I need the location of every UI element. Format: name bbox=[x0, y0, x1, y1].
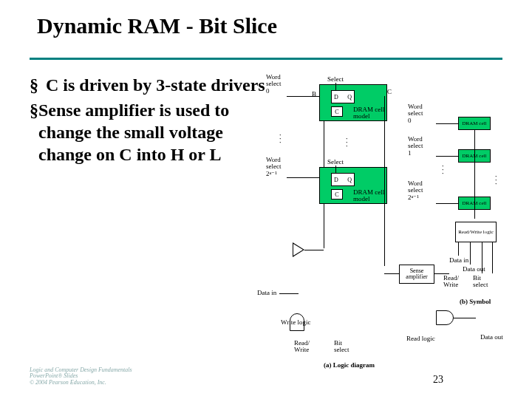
vdots-right2: ··· bbox=[495, 174, 497, 185]
label-q: Q bbox=[347, 177, 352, 183]
bullet-2-text: Sense amplifier is used to change the sm… bbox=[38, 99, 266, 166]
dq-bot: D Q bbox=[331, 173, 355, 186]
dram-cell-sym-0: DRAM cell bbox=[458, 117, 491, 130]
bullet-1: § C is driven by 3-state drivers bbox=[30, 74, 266, 96]
wire bbox=[287, 177, 319, 178]
label-bit-select: Bit select bbox=[334, 340, 349, 354]
label-ws0-right: Word select 0 bbox=[408, 103, 423, 124]
wire-bus-right bbox=[474, 130, 475, 219]
wire bbox=[492, 242, 493, 273]
vdots-left: ··· bbox=[279, 133, 282, 144]
wire bbox=[335, 166, 336, 173]
label-dram-model-bot: DRAM cell model bbox=[353, 189, 384, 203]
page-title: Dynamic RAM - Bit Slice bbox=[0, 0, 532, 38]
wire-c bbox=[384, 96, 385, 266]
tristate-driver bbox=[293, 242, 304, 257]
label-c-top: C bbox=[387, 89, 392, 95]
wire bbox=[436, 203, 458, 204]
label-rw-sym: Read/ Write bbox=[443, 275, 459, 289]
c-box-bot: C bbox=[331, 189, 343, 200]
label-b-top: B bbox=[312, 91, 316, 98]
label-a-diagram: (a) Logic diagram bbox=[324, 362, 375, 369]
label-word-select-0: Word select 0 bbox=[266, 74, 282, 95]
page-number: 23 bbox=[433, 374, 443, 386]
vdots-mid: ··· bbox=[346, 137, 348, 148]
and-gate-read bbox=[436, 310, 454, 325]
label-data-in-left: Data in bbox=[257, 290, 276, 296]
wire-b2 bbox=[324, 204, 324, 248]
wire bbox=[482, 242, 482, 273]
wire bbox=[458, 242, 459, 256]
label-wslast-right: Word select 2ⁿ⁻¹ bbox=[408, 180, 423, 201]
label-dram-model-top: DRAM cell model bbox=[353, 106, 384, 120]
bullet-1-text: C is driven by 3-state drivers bbox=[46, 74, 265, 96]
rw-logic-box: Read/Write logic bbox=[455, 222, 497, 242]
label-d: D bbox=[334, 177, 338, 183]
label-data-out-left: Data out bbox=[480, 334, 503, 341]
bullet-mark: § bbox=[30, 99, 38, 166]
wire bbox=[470, 242, 471, 265]
dq-top: D Q bbox=[331, 90, 355, 103]
vdots-right: ··· bbox=[442, 164, 444, 175]
label-read-logic: Read logic bbox=[406, 335, 435, 342]
c-box-top: C bbox=[331, 106, 343, 117]
wire bbox=[436, 156, 458, 157]
footer-credits: Logic and Computer Design Fundamentals P… bbox=[30, 367, 132, 386]
wire bbox=[436, 123, 458, 124]
wire bbox=[454, 318, 476, 318]
wire bbox=[304, 250, 324, 250]
wire bbox=[384, 273, 399, 274]
wire bbox=[287, 96, 319, 97]
footer-l3: © 2004 Pearson Education, Inc. bbox=[30, 380, 132, 386]
label-read-write: Read/ Write bbox=[294, 340, 310, 354]
sense-amplifier: Sense amplifier bbox=[399, 265, 434, 284]
bullet-list: § C is driven by 3-state drivers § Sense… bbox=[30, 74, 266, 168]
label-bit-sym: Bit select bbox=[473, 275, 488, 289]
teal-divider bbox=[30, 58, 502, 60]
label-write-logic: Write logic bbox=[281, 319, 310, 326]
wire-b bbox=[324, 121, 324, 167]
wire bbox=[335, 83, 336, 90]
bullet-mark: § bbox=[30, 74, 46, 96]
label-d: D bbox=[334, 94, 338, 100]
label-q: Q bbox=[347, 94, 352, 100]
bullet-2: § Sense amplifier is used to change the … bbox=[30, 99, 266, 166]
label-ws1-right: Word select 1 bbox=[408, 136, 423, 157]
label-word-select-last: Word select 2ⁿ⁻¹ bbox=[266, 157, 282, 177]
label-b-symbol: (b) Symbol bbox=[460, 299, 491, 305]
label-data-in-sym: Data in bbox=[449, 257, 468, 264]
wire bbox=[279, 293, 299, 294]
